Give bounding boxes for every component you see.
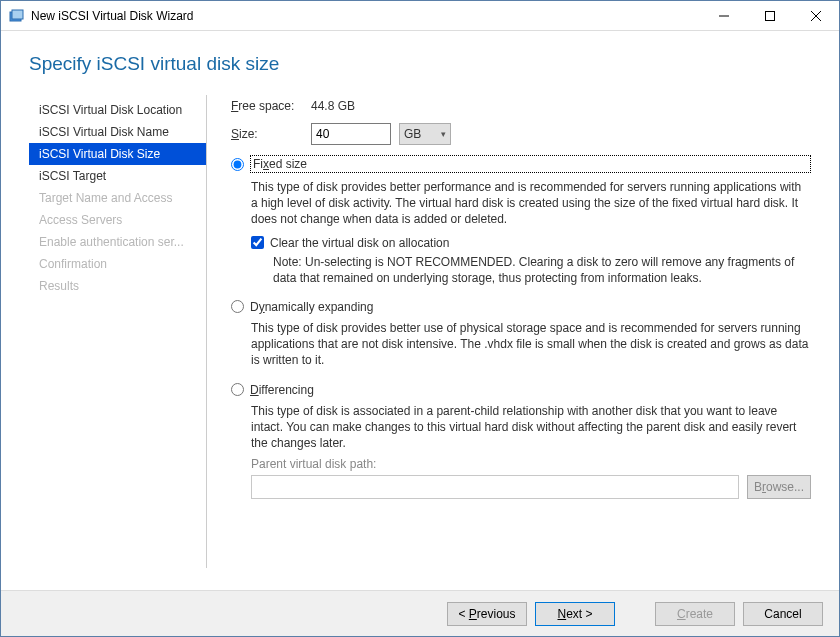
previous-button[interactable]: < Previous — [447, 602, 527, 626]
dynamic-description: This type of disk provides better use of… — [251, 320, 811, 369]
titlebar: New iSCSI Virtual Disk Wizard — [1, 1, 839, 31]
minimize-button[interactable] — [701, 1, 747, 31]
wizard-nav: iSCSI Virtual Disk Location iSCSI Virtua… — [29, 95, 207, 568]
differencing-description: This type of disk is associated in a par… — [251, 403, 811, 452]
nav-item-access-servers: Access Servers — [29, 209, 206, 231]
size-unit-dropdown[interactable]: GB ▾ — [399, 123, 451, 145]
size-label: Size: — [231, 127, 311, 141]
nav-item-target-name: Target Name and Access — [29, 187, 206, 209]
svg-rect-1 — [12, 10, 23, 19]
nav-item-target[interactable]: iSCSI Target — [29, 165, 206, 187]
radio-fixed-size[interactable] — [231, 158, 244, 171]
size-unit-value: GB — [404, 127, 421, 141]
app-icon — [9, 8, 25, 24]
maximize-button[interactable] — [747, 1, 793, 31]
free-space-label: Free space: — [231, 99, 311, 113]
wizard-footer: < Previous Next > Create Cancel — [1, 590, 839, 636]
radio-differencing-label: Differencing — [250, 383, 314, 397]
checkbox-clear-disk[interactable] — [251, 236, 264, 249]
checkbox-clear-disk-label: Clear the virtual disk on allocation — [270, 236, 449, 250]
radio-dynamic[interactable] — [231, 300, 244, 313]
next-button[interactable]: Next > — [535, 602, 615, 626]
nav-item-results: Results — [29, 275, 206, 297]
parent-path-input — [251, 475, 739, 499]
parent-path-label: Parent virtual disk path: — [251, 457, 811, 471]
clear-disk-note: Note: Un-selecting is NOT RECOMMENDED. C… — [273, 254, 811, 286]
chevron-down-icon: ▾ — [441, 129, 446, 139]
browse-button: Browse... — [747, 475, 811, 499]
fixed-size-description: This type of disk provides better perfor… — [251, 179, 811, 228]
wizard-body: Specify iSCSI virtual disk size iSCSI Vi… — [1, 31, 839, 590]
radio-dynamic-label: Dynamically expanding — [250, 300, 373, 314]
free-space-value: 44.8 GB — [311, 99, 355, 113]
page-title: Specify iSCSI virtual disk size — [29, 53, 839, 75]
size-input[interactable] — [311, 123, 391, 145]
nav-item-name[interactable]: iSCSI Virtual Disk Name — [29, 121, 206, 143]
radio-differencing[interactable] — [231, 383, 244, 396]
nav-item-authentication: Enable authentication ser... — [29, 231, 206, 253]
cancel-button[interactable]: Cancel — [743, 602, 823, 626]
nav-item-size[interactable]: iSCSI Virtual Disk Size — [29, 143, 206, 165]
create-button: Create — [655, 602, 735, 626]
svg-rect-3 — [766, 11, 775, 20]
main-pane: Free space: 44.8 GB Size: GB ▾ Fixed siz… — [207, 95, 839, 568]
window-title: New iSCSI Virtual Disk Wizard — [31, 9, 701, 23]
radio-fixed-size-label: Fixed size — [250, 155, 811, 173]
close-button[interactable] — [793, 1, 839, 31]
nav-item-confirmation: Confirmation — [29, 253, 206, 275]
nav-item-location[interactable]: iSCSI Virtual Disk Location — [29, 99, 206, 121]
